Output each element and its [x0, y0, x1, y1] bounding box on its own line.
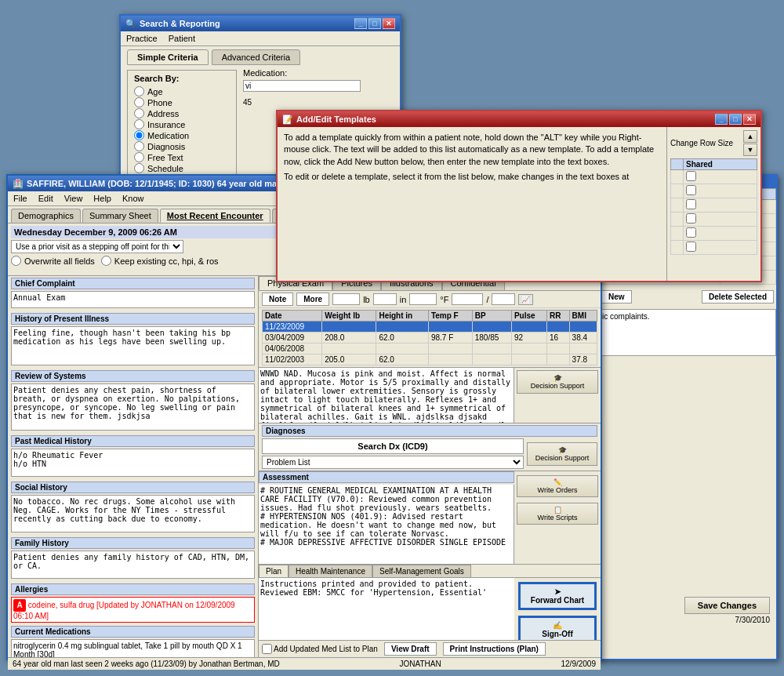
shared-check-3[interactable]	[686, 199, 696, 209]
vitals-bmi-2: 38.4	[569, 333, 597, 343]
pmh-field[interactable]: h/o Rheumatic Fever h/o HTN	[11, 449, 255, 477]
shared-header: Shared	[684, 159, 757, 170]
more-btn[interactable]: More	[296, 293, 329, 306]
write-scripts-btn[interactable]: 📋 Write Scripts	[517, 503, 598, 525]
diagnoses-section: Diagnoses Search Dx (ICD9) Problem List …	[259, 423, 601, 471]
vitals-row-1[interactable]: 11/23/2009	[263, 322, 597, 333]
vitals-row-2[interactable]: 03/04/2009 208.0 62.0 98.7 F 180/85 92 1…	[263, 333, 597, 343]
col-bp: BP	[472, 311, 511, 322]
write-scripts-label: Write Scripts	[538, 514, 578, 522]
plan-tab-maintenance[interactable]: Health Maintenance	[289, 565, 372, 577]
radio-phone-input[interactable]	[134, 97, 144, 107]
templates-close-btn[interactable]: ✕	[743, 114, 756, 125]
add-med-checkbox[interactable]	[262, 644, 272, 654]
shared-table: Shared	[670, 158, 757, 255]
shared-check-5[interactable]	[686, 227, 696, 238]
delete-selected-btn[interactable]: Delete Selected	[702, 290, 774, 303]
col-rr: RR	[546, 311, 569, 322]
tab-demographics[interactable]: Demographics	[11, 209, 81, 223]
bp-input[interactable]	[452, 293, 483, 305]
col-pulse: Pulse	[511, 311, 546, 322]
decision-support-btn[interactable]: 🎓 Decision Support	[517, 370, 598, 394]
ros-field[interactable]: Patient denies any chest pain, shortness…	[11, 383, 255, 431]
allergies-text: codeine, sulfa drug [Updated by JONATHAN…	[13, 601, 235, 620]
vitals-bp-2: 180/85	[472, 333, 511, 343]
row-size-controls[interactable]: ▲ ▼	[743, 130, 757, 156]
radio-schedule-input[interactable]	[134, 163, 144, 173]
vitals-bmi-1	[569, 322, 597, 333]
overwrite-radio-input[interactable]	[11, 256, 21, 266]
family-field[interactable]: Patient denies any family history of CAD…	[11, 551, 255, 579]
weight-input[interactable]	[332, 293, 360, 305]
meds-area: nitroglycerin 0.4 mg sublingual tablet, …	[11, 639, 255, 657]
vitals-row-3[interactable]: 04/06/2008	[263, 343, 597, 354]
vitals-height-2: 62.0	[376, 333, 428, 343]
plan-tab-plan[interactable]: Plan	[259, 565, 289, 577]
shared-check-4[interactable]	[686, 213, 696, 224]
save-changes-btn[interactable]: Save Changes	[684, 597, 770, 614]
vitals-bmi-3	[569, 343, 597, 354]
write-orders-btn[interactable]: ✏️ Write Orders	[517, 475, 598, 497]
row-size-down-btn[interactable]: ▼	[743, 144, 757, 156]
templates-maximize-btn[interactable]: □	[729, 114, 742, 125]
menu-help[interactable]: Help	[91, 193, 114, 204]
search-window-controls[interactable]: _ □ ✕	[354, 18, 395, 29]
social-field[interactable]: No tobacco. No rec drugs. Some alcohol u…	[11, 495, 255, 532]
chief-complaint-section: Chief Complaint Annual Exam	[8, 276, 258, 311]
height-input[interactable]	[373, 293, 397, 305]
sign-off-btn[interactable]: ✍️ Sign-Off	[518, 616, 597, 640]
chief-complaint-field[interactable]: Annual Exam	[11, 291, 255, 308]
hpi-field[interactable]: Feeling fine, though hasn't been taking …	[11, 326, 255, 365]
radio-medication: Medication	[134, 130, 230, 140]
tab-most-recent[interactable]: Most Recent Encounter	[160, 209, 270, 223]
row-size-up-btn[interactable]: ▲	[743, 130, 757, 143]
vitals-rr-2: 16	[546, 333, 569, 343]
plan-tab-goals[interactable]: Self-Management Goals	[372, 565, 471, 577]
search-menu-patient[interactable]: Patient	[166, 33, 198, 44]
search-dx-btn[interactable]: Search Dx (ICD9)	[262, 438, 524, 454]
problem-list-dropdown[interactable]: Problem List	[262, 456, 524, 469]
tab-summary[interactable]: Summary Sheet	[82, 209, 158, 223]
decision-support-btn-2[interactable]: 🎓 Decision Support	[527, 442, 597, 466]
note-btn[interactable]: Note	[262, 293, 293, 306]
print-instructions-btn[interactable]: Print Instructions (Plan)	[443, 642, 546, 656]
shared-check-2[interactable]	[686, 185, 696, 195]
radio-diagnosis-input[interactable]	[134, 141, 144, 151]
forward-chart-btn[interactable]: ➤ Forward Chart	[518, 582, 597, 610]
search-menu-practice[interactable]: Practice	[124, 33, 160, 44]
new-btn[interactable]: New	[601, 290, 632, 303]
visit-dropdown[interactable]: Use a prior visit as a stepping off poin…	[11, 240, 183, 253]
meds-section: Current Medications nitroglycerin 0.4 mg…	[8, 624, 258, 657]
plan-field[interactable]: Instructions printed and provided to pat…	[259, 578, 514, 640]
search-advanced-tab[interactable]: Advanced Criteria	[212, 49, 300, 65]
vitals-bmi-4: 37.8	[569, 354, 597, 365]
menu-know[interactable]: Know	[120, 193, 147, 204]
assessment-field[interactable]: # ROUTINE GENERAL MEDICAL EXAMINATION AT…	[259, 485, 514, 564]
medication-input[interactable]	[243, 80, 361, 92]
keep-radio-input[interactable]	[101, 256, 111, 266]
menu-edit[interactable]: Edit	[36, 193, 56, 204]
vitals-row-4[interactable]: 11/02/2003 205.0 62.0 37.8	[263, 354, 597, 365]
radio-insurance-input[interactable]	[134, 119, 144, 129]
view-draft-btn[interactable]: View Draft	[384, 642, 437, 656]
search-simple-tab[interactable]: Simple Criteria	[127, 49, 209, 65]
menu-view[interactable]: View	[62, 193, 85, 204]
search-close-btn[interactable]: ✕	[383, 18, 395, 29]
bp-input2[interactable]	[492, 293, 515, 305]
radio-freetext-input[interactable]	[134, 152, 144, 162]
temp-input[interactable]	[409, 293, 437, 305]
templates-controls[interactable]: _ □ ✕	[715, 114, 756, 125]
overwrite-label: Overwrite all fields	[24, 256, 95, 266]
templates-instruction-text2: To edit or delete a template, select it …	[284, 171, 660, 183]
templates-minimize-btn[interactable]: _	[715, 114, 728, 125]
shared-check-6[interactable]	[686, 242, 696, 252]
shared-check-1[interactable]	[686, 171, 696, 181]
radio-medication-input[interactable]	[134, 130, 144, 140]
graph-btn[interactable]: 📈	[518, 294, 533, 305]
menu-file[interactable]: File	[11, 193, 30, 204]
search-maximize-btn[interactable]: □	[368, 18, 381, 29]
radio-address-input[interactable]	[134, 108, 144, 118]
search-minimize-btn[interactable]: _	[354, 18, 367, 29]
exam-text-field[interactable]: WNWD NAD. Mucosa is pink and moist. Affe…	[259, 368, 514, 423]
radio-age-input[interactable]	[134, 86, 144, 96]
